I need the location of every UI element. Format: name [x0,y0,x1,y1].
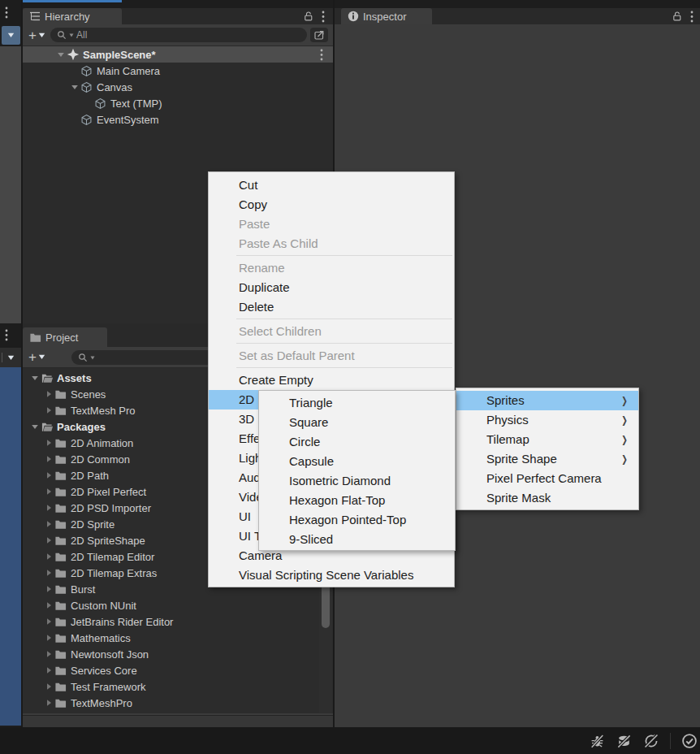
menu-item-label: Triangle [289,396,333,410]
caret-right-icon[interactable] [43,666,54,674]
menu-item[interactable]: Triangle [259,393,455,413]
caret-right-icon[interactable] [43,488,54,496]
project-row[interactable]: TextMeshPro [23,695,333,711]
lock-icon[interactable] [672,11,682,22]
row-label: TextMesh Pro [69,405,135,417]
caret-right-icon[interactable] [43,699,54,707]
menu-item[interactable]: Sprite Mask [456,488,638,508]
folder-icon [54,600,69,612]
project-row[interactable]: Newtonsoft Json [23,646,333,662]
left-panel-body [0,46,21,323]
menu-item[interactable]: Delete [209,297,454,317]
caret-right-icon[interactable] [43,471,54,479]
tab-inspector[interactable]: Inspector [341,8,432,24]
open-search-window-button[interactable] [310,28,328,42]
menu-item-label: Visual Scripting Scene Variables [239,568,413,582]
tab-project[interactable]: Project [23,327,107,347]
caret-right-icon[interactable] [43,439,54,447]
menu-item-label: Copy [239,197,267,211]
kebab-menu-icon[interactable] [322,11,325,23]
row-label: Text (TMP) [109,98,162,110]
caret-right-icon[interactable] [43,504,54,512]
caret-right-icon[interactable] [43,390,54,398]
project-row[interactable]: Test Framework [23,678,333,695]
hierarchy-row[interactable]: EventSystem [23,111,333,128]
menu-item[interactable]: Capsule [259,452,455,471]
row-label: 2D Common [69,453,130,466]
caret-right-icon[interactable] [43,682,54,691]
kebab-menu-icon[interactable] [320,49,323,61]
search-icon [78,353,88,362]
menu-item-label: Hexagon Flat-Top [289,493,385,507]
unity-editor-window: Hierarchy + All SampleScene*Main CameraC… [0,0,700,754]
tab-hierarchy[interactable]: Hierarchy [23,8,122,24]
caret-down-icon[interactable] [29,422,41,431]
menu-item[interactable]: Hexagon Pointed-Top [259,510,455,530]
menu-item[interactable]: Visual Scripting Scene Variables [209,566,454,585]
hierarchy-row[interactable]: Canvas [23,79,333,95]
hierarchy-row[interactable]: Text (TMP) [23,95,333,111]
menu-item[interactable]: Pixel Perfect Camera [456,469,638,488]
row-label: 2D PSD Importer [69,502,151,514]
caret-right-icon[interactable] [43,618,54,626]
row-label: Newtonsoft Json [69,648,149,661]
caret-right-icon[interactable] [43,601,54,609]
folder-icon [54,632,69,644]
menu-item[interactable]: Copy [209,195,454,214]
hierarchy-row[interactable]: SampleScene* [23,46,333,63]
folder-icon [54,697,69,709]
kebab-menu-icon[interactable] [5,329,8,341]
kebab-menu-icon[interactable] [5,6,8,19]
caret-right-icon[interactable] [43,520,54,528]
menu-item[interactable]: Isometric Diamond [259,471,455,491]
caret-down-icon[interactable] [69,83,80,91]
hierarchy-search-input[interactable]: All [50,28,307,42]
hierarchy-tab-bar: Hierarchy [23,8,333,24]
dock-divider[interactable] [21,0,23,727]
menu-item[interactable]: Square [259,413,455,432]
caret-right-icon[interactable] [43,585,54,593]
caret-right-icon[interactable] [43,406,54,414]
caret-right-icon[interactable] [43,455,54,463]
hierarchy-row[interactable]: Main Camera [23,63,333,79]
add-asset-button[interactable]: + [28,350,45,364]
menu-item[interactable]: Sprite Shape❯ [456,449,638,469]
progress-complete-icon[interactable] [681,732,698,750]
add-gameobject-button[interactable]: + [28,28,45,42]
caret-down-icon[interactable] [55,50,67,58]
menu-item[interactable]: Tilemap❯ [456,430,638,449]
lock-icon[interactable] [303,11,313,22]
menu-item-label: Circle [289,435,320,448]
menu-item-label: Hexagon Pointed-Top [289,513,406,526]
menu-item[interactable]: Circle [259,432,455,452]
caret-right-icon[interactable] [43,634,54,642]
project-row[interactable]: JetBrains Rider Editor [23,613,333,630]
menu-item-label: Delete [239,300,274,314]
project-row[interactable]: Mathematics [23,630,333,646]
menu-item[interactable]: Cut [209,176,454,195]
menu-item[interactable]: Sprites❯ [456,391,638,410]
menu-item[interactable]: Create Empty [209,370,454,390]
left-panel-dropdown-button[interactable] [2,26,20,45]
menu-item[interactable]: Duplicate [209,278,454,297]
debugger-disabled-icon[interactable] [589,733,606,750]
project-row[interactable]: Custom NUnit [23,597,333,613]
kebab-menu-icon[interactable] [690,11,694,23]
left-dock-sliver [0,0,23,727]
folder-icon [54,518,69,531]
auto-refresh-disabled-icon[interactable] [642,732,660,750]
cache-server-disabled-icon[interactable] [616,733,633,750]
caret-down-icon[interactable] [29,374,41,382]
caret-right-icon[interactable] [43,650,54,658]
menu-item[interactable]: Physics❯ [456,410,638,430]
menu-item[interactable]: 9-Sliced [259,530,455,549]
menu-item[interactable]: Hexagon Flat-Top [259,491,455,510]
caret-right-icon[interactable] [43,536,54,544]
caret-right-icon[interactable] [43,552,54,561]
project-row[interactable]: Services Core [23,662,333,678]
scene-icon [67,48,81,61]
row-label: Services Core [69,665,137,677]
chevron-down-icon[interactable] [7,355,15,361]
caret-right-icon[interactable] [43,569,54,577]
status-bar [0,727,700,754]
